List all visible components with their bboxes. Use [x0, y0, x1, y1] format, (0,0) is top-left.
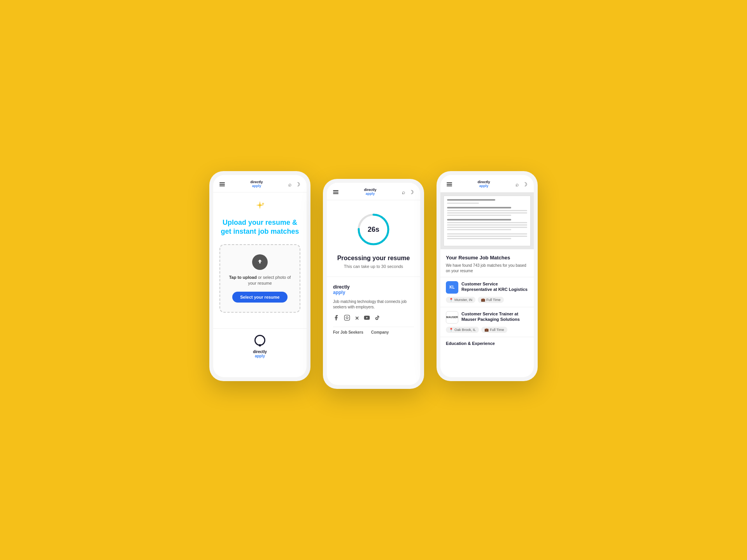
logo-apply-phone1: apply: [252, 184, 261, 188]
job-matches-section: Your Resume Job Matches We have found 74…: [440, 249, 534, 277]
x-twitter-icon[interactable]: ✕: [355, 315, 359, 321]
youtube-icon[interactable]: [364, 315, 370, 322]
job-card-2[interactable]: MAUSER Customer Service Trainer at Mause…: [440, 307, 534, 337]
footer-phone1: directly apply: [213, 328, 307, 364]
hamburger-menu-phone3[interactable]: [447, 182, 452, 186]
facebook-icon[interactable]: [333, 315, 339, 322]
logo-phone1: directly apply: [250, 180, 263, 188]
resume-preview: [440, 192, 534, 249]
type-icon-1: 💼: [481, 298, 485, 302]
job-title-1: Customer Service Representative at KRC L…: [461, 281, 528, 292]
search-icon-phone1[interactable]: ⌕: [288, 181, 291, 187]
footer-directly-text: directly: [253, 350, 267, 354]
footer-link-job-seekers[interactable]: For Job Seekers: [333, 330, 363, 334]
navbar-icons-phone1: ⌕ ☽: [288, 181, 300, 187]
dark-mode-icon-phone3[interactable]: ☽: [523, 181, 528, 187]
footer-apply-text: apply: [255, 354, 265, 358]
krc-logistics-logo: KL: [446, 281, 458, 294]
type-text-1: Full Time: [486, 298, 501, 302]
type-icon-2: 💼: [484, 328, 489, 332]
footer-logo-block-phone2: directly apply: [333, 285, 414, 295]
navbar-phone2: directly apply ⌕ ☽: [327, 183, 420, 200]
logo-phone3: directly apply: [477, 180, 490, 188]
instagram-icon[interactable]: [344, 315, 350, 322]
type-tag-1: 💼 Full Time: [478, 297, 504, 303]
footer-links: For Job Seekers Company: [333, 327, 414, 334]
sparkle-icon: [219, 200, 300, 214]
location-text-1: Munster, IN: [454, 298, 472, 302]
location-icon-2: 📍: [449, 328, 453, 332]
hamburger-menu-phone2[interactable]: [333, 190, 338, 194]
processing-title: Processing your resume: [333, 255, 414, 262]
select-resume-button[interactable]: Select your resume: [232, 292, 288, 303]
location-icon-1: 📍: [449, 298, 453, 302]
footer-logo-phone1: directly apply: [219, 335, 300, 358]
job-card-1[interactable]: KL Customer Service Representative at KR…: [440, 277, 534, 307]
job-card-1-header: KL Customer Service Representative at KR…: [446, 281, 528, 294]
mauser-logo: MAUSER: [446, 311, 458, 324]
phone-upload: directly apply ⌕ ☽ Upload your resume & …: [209, 171, 310, 381]
job-title-2: Customer Service Trainer at Mauser Packa…: [461, 311, 528, 322]
footer-logo-ring: [254, 335, 265, 346]
tiktok-icon[interactable]: [375, 315, 380, 322]
mauser-text: MAUSER: [446, 316, 458, 318]
logo-apply-phone2: apply: [366, 192, 375, 196]
education-title: Education & Experience: [446, 341, 528, 346]
footer-directly-phone2: directly: [333, 285, 414, 290]
hamburger-menu-phone1[interactable]: [219, 182, 225, 186]
job-matches-title: Your Resume Job Matches: [446, 255, 528, 261]
type-tag-2: 💼 Full Time: [481, 327, 507, 333]
job-matches-desc: We have found 743 job matches for you ba…: [446, 263, 528, 274]
footer-description-phone2: Job matching technology that connects jo…: [333, 299, 414, 310]
search-icon-phone3[interactable]: ⌕: [516, 181, 519, 187]
navbar-phone1: directly apply ⌕ ☽: [213, 175, 307, 192]
navbar-phone3: directly apply ⌕ ☽: [440, 175, 534, 192]
dark-mode-icon-phone1[interactable]: ☽: [295, 181, 300, 187]
education-section: Education & Experience: [440, 337, 534, 350]
job-tags-2: 📍 Oak Brook, IL 💼 Full Time: [446, 327, 528, 333]
upload-box[interactable]: Tap to upload or select photo of your re…: [219, 244, 300, 313]
job-card-2-header: MAUSER Customer Service Trainer at Mause…: [446, 311, 528, 324]
footer-apply-phone2: apply: [333, 290, 414, 295]
location-tag-1: 📍 Munster, IN: [446, 297, 475, 303]
location-text-2: Oak Brook, IL: [454, 328, 476, 332]
footer-phone2: directly apply Job matching technology t…: [327, 276, 420, 342]
logo-apply-phone3: apply: [479, 184, 489, 188]
location-tag-2: 📍 Oak Brook, IL: [446, 327, 479, 333]
dark-mode-icon-phone2[interactable]: ☽: [409, 189, 414, 195]
search-icon-phone2[interactable]: ⌕: [402, 189, 405, 195]
phones-container: directly apply ⌕ ☽ Upload your resume & …: [194, 148, 553, 412]
timer-value: 26s: [368, 225, 379, 233]
resume-document: [444, 196, 531, 246]
logo-phone2: directly apply: [364, 188, 376, 196]
upload-icon: [252, 254, 268, 270]
timer-circle: 26s: [356, 212, 391, 247]
phone-processing: directly apply ⌕ ☽ 26s Processing you: [323, 179, 424, 389]
footer-link-company[interactable]: Company: [371, 330, 389, 334]
upload-instruction: Tap to upload or select photo of your re…: [226, 275, 293, 287]
tap-to-upload-label: Tap to upload: [229, 275, 257, 280]
navbar-icons-phone3: ⌕ ☽: [516, 181, 528, 187]
processing-content: 26s Processing your resume This can take…: [327, 200, 420, 276]
phone-results: directly apply ⌕ ☽: [437, 171, 538, 381]
type-text-2: Full Time: [490, 328, 504, 332]
processing-subtitle: This can take up to 30 seconds: [333, 264, 414, 269]
svg-rect-2: [344, 315, 349, 320]
navbar-icons-phone2: ⌕ ☽: [402, 189, 414, 195]
job-tags-1: 📍 Munster, IN 💼 Full Time: [446, 297, 528, 303]
social-icons: ✕: [333, 315, 414, 322]
upload-content: Upload your resume & get instant job mat…: [213, 192, 307, 329]
upload-title: Upload your resume & get instant job mat…: [219, 218, 300, 236]
